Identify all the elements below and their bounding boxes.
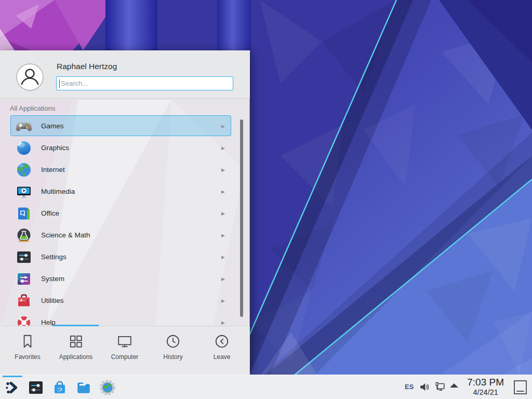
- submenu-arrow-icon: ▶: [221, 124, 225, 129]
- tab-computer[interactable]: Computer: [101, 326, 149, 375]
- submenu-arrow-icon: ▶: [221, 320, 225, 325]
- submenu-arrow-icon: ▶: [221, 233, 225, 238]
- tab-applications[interactable]: Applications: [52, 326, 100, 375]
- search-field-frame: [56, 76, 233, 90]
- leave-icon: [214, 334, 230, 349]
- favorites-icon: [20, 334, 35, 349]
- tab-leave[interactable]: Leave: [198, 326, 246, 375]
- menu-tabbar: Favorites Applications Computer: [0, 326, 250, 375]
- applications-icon: [68, 334, 84, 349]
- tab-favorites[interactable]: Favorites: [4, 326, 51, 375]
- clock-date: 4/24/21: [473, 388, 498, 397]
- utilities-icon: [16, 292, 32, 309]
- category-label: Internet: [41, 166, 65, 174]
- category-row-internet[interactable]: Internet ▶: [10, 159, 231, 180]
- category-label: Graphics: [41, 144, 69, 152]
- category-row-office[interactable]: Office ▶: [10, 203, 231, 223]
- tab-label: Leave: [214, 353, 231, 361]
- volume-icon[interactable]: [419, 381, 430, 393]
- digital-clock[interactable]: 7:03 PM 4/24/21: [467, 377, 504, 397]
- network-icon[interactable]: [434, 381, 446, 393]
- graphics-icon: [16, 140, 32, 156]
- category-label: Games: [41, 122, 64, 130]
- desktop: Raphael Hertzog All Applications: [0, 0, 532, 399]
- submenu-arrow-icon: ▶: [221, 298, 225, 303]
- category-list: Games ▶ Graphics ▶: [0, 112, 250, 326]
- tab-history[interactable]: History: [149, 326, 197, 375]
- show-desktop-button[interactable]: [513, 380, 527, 395]
- category-row-science-math[interactable]: Science & Math ▶: [10, 224, 231, 245]
- submenu-arrow-icon: ▶: [221, 189, 225, 194]
- science-math-icon: [16, 227, 32, 244]
- expand-tray-icon[interactable]: [450, 383, 458, 388]
- computer-icon: [117, 334, 132, 349]
- system-settings-button[interactable]: [28, 379, 44, 396]
- category-label: Settings: [41, 253, 66, 261]
- history-icon: [165, 334, 181, 349]
- taskbar-panel: ES 7:03 PM 4/24/21: [0, 375, 532, 399]
- system-icon: [16, 271, 32, 287]
- games-icon: [16, 118, 32, 135]
- submenu-arrow-icon: ▶: [221, 145, 225, 151]
- category-label: System: [41, 275, 64, 283]
- category-row-help[interactable]: Help ▶: [10, 312, 231, 326]
- settings-icon: [16, 249, 32, 265]
- user-name: Raphael Hertzog: [57, 62, 117, 71]
- section-label: All Applications: [10, 104, 55, 112]
- tab-label: Favorites: [15, 353, 40, 361]
- multimedia-icon: [16, 183, 32, 200]
- menu-header: Raphael Hertzog: [0, 50, 250, 99]
- tab-label: History: [163, 353, 182, 361]
- category-row-games[interactable]: Games ▶: [10, 115, 231, 136]
- submenu-arrow-icon: ▶: [221, 167, 225, 172]
- application-launcher-button[interactable]: [4, 379, 21, 396]
- file-manager-button[interactable]: [75, 379, 92, 396]
- category-label: Multimedia: [41, 188, 75, 195]
- submenu-arrow-icon: ▶: [221, 276, 225, 282]
- category-row-graphics[interactable]: Graphics ▶: [10, 137, 231, 158]
- category-label: Science & Math: [41, 231, 90, 239]
- category-row-utilities[interactable]: Utilities ▶: [10, 290, 231, 311]
- office-icon: [16, 205, 32, 222]
- category-row-multimedia[interactable]: Multimedia ▶: [10, 181, 231, 202]
- internet-icon: [16, 162, 32, 178]
- search-input[interactable]: [60, 77, 229, 90]
- clock-time: 7:03 PM: [467, 377, 504, 388]
- help-icon: [16, 314, 32, 326]
- category-label: Office: [41, 209, 59, 217]
- discover-button[interactable]: [51, 379, 68, 396]
- user-avatar-icon: [16, 63, 44, 91]
- web-browser-button[interactable]: [99, 379, 116, 396]
- tab-label: Computer: [111, 353, 139, 361]
- category-row-settings[interactable]: Settings ▶: [10, 246, 231, 267]
- tab-label: Applications: [59, 353, 93, 361]
- list-scrollbar[interactable]: [240, 119, 243, 317]
- submenu-arrow-icon: ▶: [221, 211, 225, 216]
- application-launcher-menu: Raphael Hertzog All Applications: [0, 50, 250, 375]
- launcher-active-indicator: [3, 376, 22, 377]
- category-label: Utilities: [41, 297, 64, 304]
- category-row-system[interactable]: System ▶: [10, 268, 231, 289]
- keyboard-layout-indicator[interactable]: ES: [405, 383, 414, 391]
- submenu-arrow-icon: ▶: [221, 255, 225, 260]
